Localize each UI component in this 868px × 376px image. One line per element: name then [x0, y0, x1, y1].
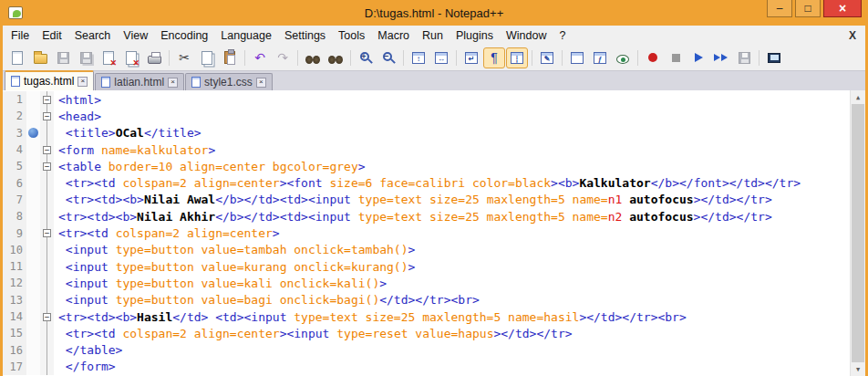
code-line[interactable]: 17 </form>	[3, 359, 850, 375]
tab-style1-css[interactable]: style1.css×	[185, 73, 273, 90]
code-line[interactable]: 14−<tr><td><b>Hasil</td> <td><input type…	[3, 308, 850, 325]
macro-save-icon[interactable]	[733, 47, 755, 68]
menu-plugins[interactable]: Plugins	[450, 27, 500, 44]
word-wrap-icon[interactable]: ↵	[460, 47, 482, 68]
macro-play-icon[interactable]	[687, 47, 709, 68]
tab-tugas-html[interactable]: tugas.html×	[5, 70, 94, 90]
fold-collapse-icon[interactable]: −	[43, 313, 51, 321]
bookmark-margin[interactable]	[26, 292, 40, 308]
fold-collapse-icon[interactable]: −	[43, 162, 51, 171]
save-icon[interactable]	[52, 47, 74, 68]
menu-tools[interactable]: Tools	[332, 27, 371, 44]
code-editor[interactable]: 1−<html>2−<head>3 <title>OCal</title>4−<…	[3, 90, 865, 376]
code-line[interactable]: 9−<tr><td colspan=2 align=center>	[3, 225, 850, 241]
zoom-in-icon[interactable]: +	[355, 47, 377, 68]
doc-switcher-icon[interactable]	[763, 47, 785, 68]
code-line[interactable]: 8<tr><td><b>Nilai Akhir</b></td><td><inp…	[3, 208, 850, 225]
tab-close-icon[interactable]: ×	[168, 78, 178, 88]
bookmark-margin[interactable]	[26, 192, 40, 208]
vertical-scrollbar[interactable]: ▲ ▼	[850, 90, 865, 376]
show-indent-guide-icon[interactable]: ┆	[506, 47, 528, 68]
macro-record-icon[interactable]	[642, 47, 664, 68]
new-file-icon[interactable]	[6, 47, 28, 68]
find-icon[interactable]	[302, 47, 324, 68]
code-text[interactable]: <table border=10 align=center bgcolor=gr…	[54, 158, 366, 174]
code-text[interactable]: <tr><td colspan=2 align=center><font siz…	[54, 174, 801, 191]
code-line[interactable]: 12 <input type=button value=kali onclick…	[3, 275, 850, 291]
bookmark-margin[interactable]	[26, 225, 40, 241]
replace-icon[interactable]	[325, 47, 346, 68]
minimize-button[interactable]: –	[767, 0, 792, 17]
print-icon[interactable]	[143, 47, 165, 68]
code-text[interactable]: <tr><td colspan=2 align=center><input ty…	[54, 325, 573, 341]
tab-close-icon[interactable]: ×	[256, 78, 266, 88]
code-text[interactable]: <title>OCal</title>	[54, 125, 202, 141]
bookmark-margin[interactable]	[26, 359, 40, 375]
bookmark-margin[interactable]	[26, 141, 40, 158]
zoom-out-icon[interactable]: −	[377, 47, 399, 68]
scroll-up-icon[interactable]: ▲	[851, 90, 865, 104]
menu-macro[interactable]: Macro	[371, 27, 416, 44]
code-line[interactable]: 1−<html>	[3, 91, 850, 108]
menu-edit[interactable]: Edit	[36, 27, 68, 44]
code-line[interactable]: 6 <tr><td colspan=2 align=center><font s…	[3, 174, 850, 191]
show-all-characters-icon[interactable]: ¶	[483, 47, 505, 68]
tab-latian-html[interactable]: latian.html×	[95, 73, 184, 90]
menu-search[interactable]: Search	[68, 27, 118, 44]
code-line[interactable]: 2−<head>	[3, 108, 850, 124]
save-all-icon[interactable]	[75, 47, 97, 68]
user-defined-dialog-icon[interactable]: ✎	[536, 47, 558, 68]
copy-icon[interactable]	[196, 47, 218, 68]
code-text[interactable]: <tr><td colspan=2 align=center>	[54, 225, 280, 241]
code-text[interactable]: <html>	[54, 91, 101, 108]
bookmark-margin[interactable]	[26, 108, 40, 124]
fold-collapse-icon[interactable]: −	[43, 96, 51, 104]
close-all-files-icon[interactable]	[120, 47, 142, 68]
code-line[interactable]: 10 <input type=button value=tambah oncli…	[3, 242, 850, 258]
macro-run-multiple-icon[interactable]	[710, 47, 732, 68]
bookmark-margin[interactable]	[26, 174, 40, 191]
open-file-icon[interactable]	[29, 47, 51, 68]
code-line[interactable]: 15 <tr><td colspan=2 align=center><input…	[3, 325, 850, 341]
menu-language[interactable]: Language	[214, 27, 278, 44]
bookmark-margin[interactable]	[26, 242, 40, 258]
code-line[interactable]: 3 <title>OCal</title>	[3, 125, 850, 141]
bookmark-margin[interactable]	[26, 158, 40, 174]
code-text[interactable]: <input type=button value=kali onclick=ka…	[54, 275, 387, 291]
doc-map-icon[interactable]	[566, 47, 588, 68]
bookmark-margin[interactable]	[26, 275, 40, 291]
code-text[interactable]: <tr><td><b>Hasil</td> <td><input type=te…	[54, 308, 687, 325]
code-line[interactable]: 11 <input type=button value=kurang oncli…	[3, 258, 850, 275]
fold-collapse-icon[interactable]: −	[43, 229, 51, 237]
code-text[interactable]: </table>	[54, 341, 122, 358]
fold-collapse-icon[interactable]: −	[43, 146, 51, 154]
code-text[interactable]: <head>	[54, 108, 101, 124]
redo-icon[interactable]: ↷	[272, 47, 294, 68]
sync-vertical-scroll-icon[interactable]: ↕	[408, 47, 429, 68]
code-line[interactable]: 4−<form name=kalkulator>	[3, 141, 850, 158]
cut-icon[interactable]: ✂	[173, 47, 195, 68]
monitoring-eye-icon[interactable]	[612, 47, 634, 68]
bookmark-margin[interactable]	[26, 258, 40, 275]
macro-stop-icon[interactable]	[665, 47, 687, 68]
bookmark-margin[interactable]	[26, 341, 40, 358]
code-text[interactable]: <form name=kalkulator>	[54, 141, 215, 158]
fold-collapse-icon[interactable]: −	[43, 112, 51, 120]
code-line[interactable]: 16 </table>	[3, 341, 850, 358]
menu-settings[interactable]: Settings	[278, 27, 332, 44]
code-line[interactable]: 13 <input type=button value=bagi onclick…	[3, 292, 850, 308]
bookmark-margin[interactable]	[26, 208, 40, 225]
menu-window[interactable]: Window	[500, 27, 553, 44]
menubar-close-document-button[interactable]: X	[849, 29, 856, 42]
code-line[interactable]: 5−<table border=10 align=center bgcolor=…	[3, 158, 850, 174]
close-button[interactable]: ×	[823, 0, 862, 17]
sync-horizontal-scroll-icon[interactable]: ↔	[430, 47, 452, 68]
scrollbar-thumb[interactable]	[852, 104, 864, 362]
bookmark-margin[interactable]	[26, 91, 40, 108]
bookmark-margin[interactable]	[26, 325, 40, 341]
function-list-icon[interactable]: ƒ	[589, 47, 611, 68]
menu-view[interactable]: View	[117, 27, 154, 44]
code-text[interactable]: <input type=button value=kurang onclick=…	[54, 258, 415, 275]
tab-close-icon[interactable]: ×	[78, 77, 88, 87]
code-text[interactable]: </form>	[54, 359, 116, 375]
